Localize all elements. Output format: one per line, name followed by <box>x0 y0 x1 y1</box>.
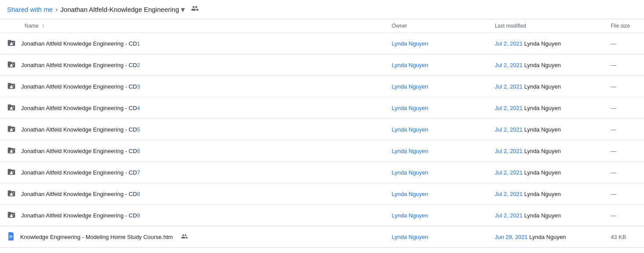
breadcrumb-separator: › <box>55 6 58 14</box>
folder-shared-icon <box>7 189 16 199</box>
modified-date: Jul 2, 2021 <box>495 126 523 133</box>
shared-badge-icon <box>181 233 188 241</box>
file-name[interactable]: Jonathan Altfeld Knowledge Engineering -… <box>21 40 140 47</box>
sort-arrow-icon: ↑ <box>42 23 44 29</box>
file-name[interactable]: Jonathan Altfeld Knowledge Engineering -… <box>21 62 140 68</box>
modified-date: Jul 2, 2021 <box>495 40 523 47</box>
filesize-cell: — <box>605 162 644 183</box>
folder-shared-icon <box>7 125 16 135</box>
modified-cell: Jul 2, 2021 Lynda Nguyen <box>489 119 605 140</box>
modified-cell: Jul 2, 2021 Lynda Nguyen <box>489 33 605 54</box>
table-row[interactable]: Jonathan Altfeld Knowledge Engineering -… <box>0 162 644 183</box>
modified-cell: Jul 2, 2021 Lynda Nguyen <box>489 54 605 76</box>
filesize-cell: — <box>605 205 644 226</box>
folder-people-icon[interactable] <box>191 4 199 14</box>
modified-date: Jul 2, 2021 <box>495 105 523 111</box>
filesize-cell: — <box>605 54 644 76</box>
modified-cell: Jul 2, 2021 Lynda Nguyen <box>489 140 605 162</box>
svg-point-5 <box>13 85 14 86</box>
modified-date: Jul 2, 2021 <box>495 212 523 219</box>
owner-cell[interactable]: Lynda Nguyen <box>386 76 489 97</box>
modified-by: Lynda Nguyen <box>524 169 561 176</box>
modified-by: Lynda Nguyen <box>524 191 561 197</box>
modified-date: Jul 2, 2021 <box>495 191 523 197</box>
modified-date: Jul 2, 2021 <box>495 83 523 90</box>
file-name[interactable]: Jonathan Altfeld Knowledge Engineering -… <box>21 212 140 219</box>
table-row[interactable]: Jonathan Altfeld Knowledge Engineering -… <box>0 119 644 140</box>
modified-by: Lynda Nguyen <box>524 126 561 133</box>
file-name[interactable]: Jonathan Altfeld Knowledge Engineering -… <box>21 148 140 154</box>
folder-shared-icon <box>7 103 16 113</box>
file-table: Name ↑ Owner Last modified File size Jon… <box>0 19 644 248</box>
svg-point-13 <box>13 171 14 172</box>
folder-shared-icon <box>7 146 16 156</box>
owner-cell[interactable]: Lynda Nguyen <box>386 119 489 140</box>
svg-point-17 <box>13 214 14 215</box>
owner-cell[interactable]: Lynda Nguyen <box>386 140 489 162</box>
modified-cell: Jul 2, 2021 Lynda Nguyen <box>489 97 605 119</box>
modified-cell: Jun 29, 2021 Lynda Nguyen <box>489 226 605 248</box>
modified-by: Lynda Nguyen <box>524 105 561 111</box>
owner-cell[interactable]: Lynda Nguyen <box>386 183 489 205</box>
file-name[interactable]: Jonathan Altfeld Knowledge Engineering -… <box>21 83 140 90</box>
svg-point-7 <box>13 106 14 107</box>
modified-cell: Jul 2, 2021 Lynda Nguyen <box>489 76 605 97</box>
modified-by: Lynda Nguyen <box>524 212 561 219</box>
column-header-file-size[interactable]: File size <box>605 19 644 33</box>
svg-point-1 <box>13 42 14 43</box>
owner-cell[interactable]: Lynda Nguyen <box>386 162 489 183</box>
folder-shared-icon <box>7 167 16 178</box>
file-name[interactable]: Jonathan Altfeld Knowledge Engineering -… <box>21 191 140 197</box>
svg-point-3 <box>13 63 14 64</box>
modified-cell: Jul 2, 2021 Lynda Nguyen <box>489 162 605 183</box>
breadcrumb-current-folder[interactable]: Jonathan Altfeld-Knowledge Engineering ▾ <box>61 5 185 14</box>
modified-date: Jul 2, 2021 <box>495 62 523 68</box>
svg-point-9 <box>13 128 14 129</box>
owner-cell[interactable]: Lynda Nguyen <box>386 97 489 119</box>
owner-cell[interactable]: Lynda Nguyen <box>386 226 489 248</box>
table-row[interactable]: Jonathan Altfeld Knowledge Engineering -… <box>0 140 644 162</box>
filesize-cell: 43 KB <box>605 226 644 248</box>
folder-shared-icon <box>7 39 16 49</box>
owner-cell[interactable]: Lynda Nguyen <box>386 33 489 54</box>
filesize-cell: — <box>605 33 644 54</box>
modified-by: Lynda Nguyen <box>529 234 566 240</box>
file-name[interactable]: Knowledge Engineering - Modeling Home St… <box>20 234 173 240</box>
svg-point-15 <box>13 192 14 193</box>
file-name[interactable]: Jonathan Altfeld Knowledge Engineering -… <box>21 169 140 176</box>
svg-point-11 <box>13 149 14 150</box>
filesize-cell: — <box>605 97 644 119</box>
filesize-cell: — <box>605 76 644 97</box>
folder-shared-icon <box>7 210 16 221</box>
table-row[interactable]: Jonathan Altfeld Knowledge Engineering -… <box>0 33 644 54</box>
modified-by: Lynda Nguyen <box>524 62 561 68</box>
file-name[interactable]: Jonathan Altfeld Knowledge Engineering -… <box>21 126 140 133</box>
column-header-name[interactable]: Name ↑ <box>0 19 386 33</box>
breadcrumb: Shared with me › Jonathan Altfeld-Knowle… <box>0 0 644 19</box>
modified-by: Lynda Nguyen <box>524 148 561 154</box>
modified-by: Lynda Nguyen <box>524 83 561 90</box>
folder-shared-icon <box>7 60 16 70</box>
chevron-down-icon: ▾ <box>181 5 185 14</box>
filesize-cell: — <box>605 140 644 162</box>
owner-cell[interactable]: Lynda Nguyen <box>386 205 489 226</box>
modified-date: Jun 29, 2021 <box>495 234 528 240</box>
breadcrumb-shared-with-me[interactable]: Shared with me <box>7 6 53 13</box>
table-row[interactable]: Knowledge Engineering - Modeling Home St… <box>0 226 644 248</box>
table-row[interactable]: Jonathan Altfeld Knowledge Engineering -… <box>0 205 644 226</box>
column-header-owner[interactable]: Owner <box>386 19 489 33</box>
modified-cell: Jul 2, 2021 Lynda Nguyen <box>489 183 605 205</box>
modified-by: Lynda Nguyen <box>524 40 561 47</box>
table-row[interactable]: Jonathan Altfeld Knowledge Engineering -… <box>0 76 644 97</box>
modified-date: Jul 2, 2021 <box>495 148 523 154</box>
table-row[interactable]: Jonathan Altfeld Knowledge Engineering -… <box>0 183 644 205</box>
filesize-cell: — <box>605 119 644 140</box>
folder-shared-icon <box>7 82 16 92</box>
doc-icon <box>7 232 15 242</box>
filesize-cell: — <box>605 183 644 205</box>
column-header-last-modified[interactable]: Last modified <box>489 19 605 33</box>
owner-cell[interactable]: Lynda Nguyen <box>386 54 489 76</box>
file-name[interactable]: Jonathan Altfeld Knowledge Engineering -… <box>21 105 140 111</box>
table-row[interactable]: Jonathan Altfeld Knowledge Engineering -… <box>0 97 644 119</box>
table-row[interactable]: Jonathan Altfeld Knowledge Engineering -… <box>0 54 644 76</box>
